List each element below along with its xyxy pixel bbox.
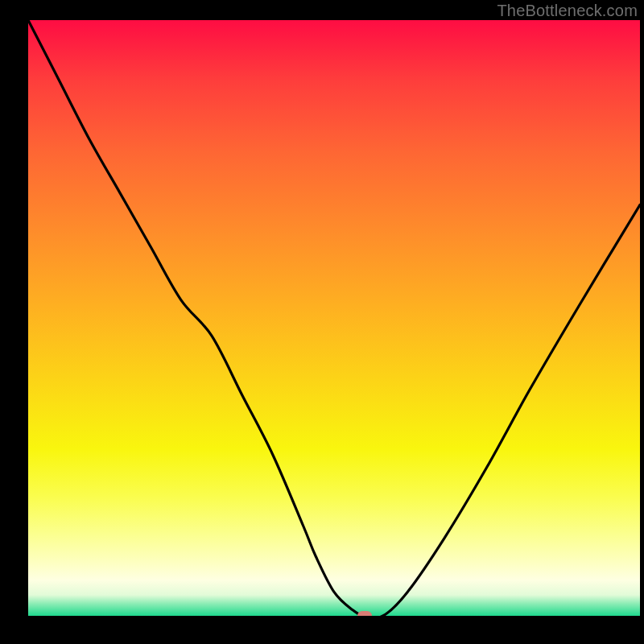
plot-area: [28, 20, 640, 616]
optimum-marker: [357, 611, 372, 616]
bottleneck-curve: [28, 20, 640, 616]
watermark-text: TheBottleneck.com: [497, 2, 638, 20]
chart-frame: TheBottleneck.com: [0, 0, 644, 644]
